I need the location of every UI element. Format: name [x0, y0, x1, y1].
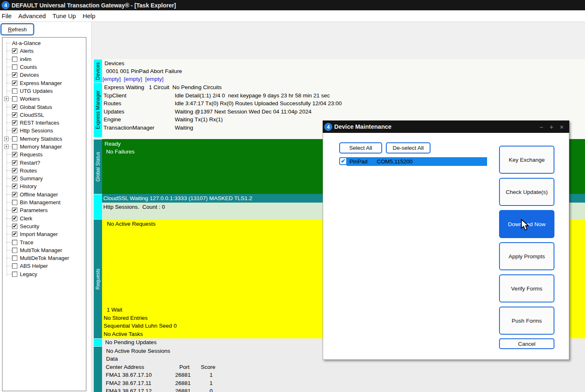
- key-exchange-button[interactable]: Key Exchange: [499, 146, 554, 174]
- checkbox[interactable]: ✔: [12, 192, 17, 197]
- tree-connector: [7, 67, 12, 67]
- checkbox[interactable]: [12, 96, 17, 102]
- tree-item-parameters[interactable]: ✔Parameters: [2, 206, 86, 214]
- tree-item-bin-management[interactable]: Bin Management: [2, 198, 86, 206]
- checkbox[interactable]: ✔: [12, 231, 17, 237]
- tree-item-http-sessions[interactable]: ✔Http Sessions: [2, 127, 86, 135]
- checkbox[interactable]: ✔: [12, 104, 17, 110]
- menu-file[interactable]: File: [0, 12, 15, 19]
- tree-item-label: Offline Manager: [20, 191, 58, 198]
- checkbox[interactable]: ✔: [12, 184, 17, 189]
- tree-item-summary[interactable]: ✔Summary: [2, 175, 86, 182]
- tree-item-routes[interactable]: ✔Routes: [2, 167, 86, 175]
- tree-item-legacy[interactable]: Legacy: [2, 270, 86, 278]
- select-all-button[interactable]: Select All: [339, 142, 382, 153]
- dialog-title-bar[interactable]: 4 Device Maintenance – + ×: [323, 120, 569, 133]
- pinpad-list-item[interactable]: PinPad COM5,115200: [347, 157, 487, 166]
- tree-item-label: History: [20, 183, 36, 189]
- tree-item-history[interactable]: ✔History: [2, 182, 86, 190]
- checkbox[interactable]: ✔: [12, 80, 17, 86]
- checkbox[interactable]: ✔: [12, 152, 17, 157]
- checkbox[interactable]: ✔: [12, 48, 17, 54]
- checkbox[interactable]: [12, 64, 17, 70]
- refresh-button[interactable]: Refresh: [1, 24, 33, 35]
- expand-plus-icon[interactable]: +: [4, 137, 9, 141]
- checkbox[interactable]: [12, 248, 17, 253]
- menu-help[interactable]: Help: [79, 12, 99, 19]
- task-tree: At-a-Glance✔Alertsin4mCounts✔Devices✔Exp…: [2, 37, 86, 391]
- tree-item-trace[interactable]: Trace: [2, 238, 86, 246]
- express-row-name: Engine: [102, 116, 175, 124]
- tree-item-multidetok-manager[interactable]: MultiDeTok Manager: [2, 254, 86, 262]
- tree-item-alerts[interactable]: ✔Alerts: [2, 47, 86, 55]
- tree-item-security[interactable]: ✔Security: [2, 222, 86, 230]
- checkbox[interactable]: ✔: [12, 128, 17, 133]
- tree-item-utg-updates[interactable]: UTG Updates: [2, 87, 86, 95]
- verify-forms-button[interactable]: Verify Forms: [499, 274, 554, 302]
- tree-item-memory-manager[interactable]: +Memory Manager: [2, 143, 86, 151]
- tree-item-label: UTG Updates: [20, 88, 52, 94]
- checkbox[interactable]: ✔: [12, 208, 17, 213]
- tree-item-offline-manager[interactable]: ✔Offline Manager: [2, 191, 86, 198]
- dialog-title: Device Maintenance: [334, 123, 392, 130]
- tree-item-clerk[interactable]: ✔Clerk: [2, 215, 86, 222]
- checkbox[interactable]: [12, 200, 17, 205]
- checkbox[interactable]: ✔: [12, 216, 17, 221]
- tree-item-express-manager[interactable]: ✔Express Manager: [2, 79, 86, 87]
- checkbox[interactable]: [12, 255, 17, 261]
- menu-advanced[interactable]: Advanced: [15, 12, 49, 19]
- tree-item-global-status[interactable]: ✔Global Status: [2, 103, 86, 111]
- cancel-button[interactable]: Cancel: [499, 338, 554, 349]
- tree-item-label: At-a-Glance: [12, 40, 40, 46]
- checkbox[interactable]: ✔: [12, 160, 17, 165]
- express-strip-label: Express Manager: [95, 90, 101, 129]
- tree-item-label: Summary: [20, 175, 43, 182]
- apply-prompts-button[interactable]: Apply Prompts: [499, 242, 554, 270]
- checkbox[interactable]: ✔: [12, 168, 17, 173]
- close-icon[interactable]: ×: [560, 124, 564, 130]
- checkbox[interactable]: ✔: [12, 120, 17, 125]
- push-forms-button[interactable]: Push Forms: [499, 307, 554, 335]
- tree-item-rest-interfaces[interactable]: ✔REST Interfaces: [2, 119, 86, 127]
- devices-strip-label: Devices: [95, 62, 101, 80]
- tree-connector: [7, 218, 12, 219]
- global-status-section-strip: Global Status: [94, 139, 102, 194]
- fma-port: 26881: [175, 371, 201, 379]
- tree-item-requests[interactable]: ✔Requests: [2, 151, 86, 158]
- checkbox[interactable]: ✔: [12, 224, 17, 229]
- tree-item-import-manager[interactable]: ✔Import Manager: [2, 230, 86, 238]
- checkbox[interactable]: ✔: [12, 176, 17, 181]
- checkbox[interactable]: [12, 57, 17, 62]
- tree-item-label: ABS Helper: [20, 263, 48, 269]
- checkbox[interactable]: ✔: [12, 72, 17, 78]
- tree-item-counts[interactable]: Counts: [2, 63, 86, 71]
- checkbox[interactable]: [12, 263, 17, 269]
- tree-item-at-a-glance[interactable]: At-a-Glance: [2, 39, 86, 47]
- tree-item-in4m[interactable]: in4m: [2, 55, 86, 63]
- tree-item-cloudssl[interactable]: ✔CloudSSL: [2, 111, 86, 119]
- expand-plus-icon[interactable]: +: [4, 144, 9, 149]
- checkbox[interactable]: [12, 88, 17, 94]
- tree-item-abs-helper[interactable]: ABS Helper: [2, 262, 86, 270]
- tree-item-workers[interactable]: +Workers: [2, 95, 86, 103]
- tree-item-memory-statistics[interactable]: +Memory Statistics: [2, 135, 86, 143]
- checkbox[interactable]: ✔: [12, 112, 17, 118]
- checkbox[interactable]: [12, 272, 17, 277]
- checkbox[interactable]: [12, 240, 17, 245]
- tree-item-multitok-manager[interactable]: MultiTok Manager: [2, 246, 86, 254]
- minimize-icon[interactable]: –: [540, 124, 543, 130]
- tree-item-label: Legacy: [20, 271, 37, 277]
- pinpad-checkbox[interactable]: ✔: [339, 157, 347, 165]
- menu-tune-up[interactable]: Tune Up: [49, 12, 79, 19]
- checkbox[interactable]: [12, 144, 17, 149]
- check-update-s-button[interactable]: Check Update(s): [499, 178, 554, 206]
- deselect-all-button[interactable]: De-select All: [386, 142, 430, 153]
- tree-item-restart[interactable]: ✔Restart?: [2, 158, 86, 166]
- expand-icon[interactable]: +: [549, 124, 553, 130]
- expand-plus-icon[interactable]: +: [4, 97, 9, 101]
- tree-item-devices[interactable]: ✔Devices: [2, 71, 86, 79]
- checkbox[interactable]: [12, 136, 17, 142]
- fma-row-fma1: FMA138.67.17.10268811: [102, 371, 585, 379]
- fma-row-fma2: FMA238.67.17.11268811: [102, 379, 585, 387]
- tree-list: At-a-Glance✔Alertsin4mCounts✔Devices✔Exp…: [2, 39, 86, 278]
